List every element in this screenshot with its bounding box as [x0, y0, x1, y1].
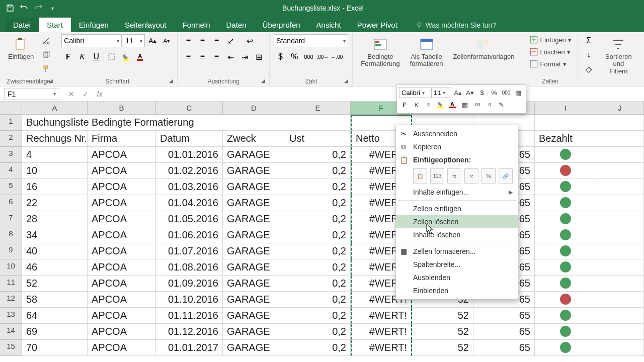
- cm-column-width[interactable]: Spaltenbreite...: [396, 258, 518, 271]
- cell[interactable]: 46: [22, 259, 88, 276]
- header-cell[interactable]: Firma: [88, 131, 156, 147]
- percent-format-icon[interactable]: %: [288, 50, 301, 63]
- cell[interactable]: 58: [22, 292, 88, 308]
- cell[interactable]: APCOA: [88, 243, 156, 259]
- col-header-C[interactable]: C: [156, 102, 223, 115]
- orientation-icon[interactable]: ⤢: [224, 34, 237, 47]
- cell[interactable]: 40: [22, 243, 88, 259]
- cell-status[interactable]: [535, 308, 596, 324]
- underline-button[interactable]: U: [90, 50, 103, 63]
- cell[interactable]: APCOA: [88, 308, 156, 324]
- cell[interactable]: 69: [22, 324, 88, 340]
- cell[interactable]: 01.10.2016: [156, 292, 223, 308]
- cell[interactable]: 65: [473, 340, 535, 356]
- tab-start[interactable]: Start: [39, 18, 71, 32]
- col-header-A[interactable]: A: [22, 102, 88, 115]
- mini-increase-font-icon[interactable]: A▴: [452, 87, 463, 98]
- cell[interactable]: 65: [473, 324, 535, 340]
- paste-transpose-icon[interactable]: ⤱: [464, 168, 478, 184]
- cell-styles-button[interactable]: Zellenformatvorlagen: [449, 34, 518, 62]
- row-header-8[interactable]: 8: [0, 227, 22, 243]
- cell[interactable]: 01.05.2016: [156, 211, 223, 227]
- cell[interactable]: APCOA: [88, 324, 156, 340]
- row-header-5[interactable]: 5: [0, 179, 22, 195]
- cell[interactable]: GARAGE: [223, 340, 285, 356]
- italic-button[interactable]: K: [75, 50, 89, 63]
- cell[interactable]: APCOA: [88, 276, 156, 292]
- cell[interactable]: APCOA: [88, 195, 156, 211]
- align-left-icon[interactable]: ≡: [182, 50, 195, 63]
- cell[interactable]: GARAGE: [223, 259, 285, 276]
- tab-pagelayout[interactable]: Seitenlayout: [117, 18, 175, 32]
- cell-status[interactable]: [535, 227, 596, 243]
- wrap-text-icon[interactable]: ↩: [243, 34, 256, 47]
- cell[interactable]: GARAGE: [223, 227, 285, 243]
- cell-status[interactable]: [535, 259, 596, 276]
- row-header-15[interactable]: 15: [0, 340, 22, 356]
- mini-accounting-icon[interactable]: $: [476, 87, 488, 98]
- row-header-10[interactable]: 10: [0, 259, 22, 276]
- cm-insert-cells[interactable]: Zellen einfügen: [396, 202, 518, 215]
- cm-copy[interactable]: ⧉Kopieren: [396, 140, 518, 153]
- number-format-combo[interactable]: Standard▾: [274, 34, 348, 47]
- qat-customize-icon[interactable]: ▾: [46, 2, 58, 14]
- format-cells-button[interactable]: Format ▾: [527, 58, 569, 69]
- cell[interactable]: 01.12.2016: [156, 324, 223, 340]
- mini-font-color-icon[interactable]: A: [447, 99, 458, 110]
- paste-formulas-icon[interactable]: fx: [447, 168, 461, 184]
- col-header-D[interactable]: D: [223, 102, 285, 115]
- cell[interactable]: 01.11.2016: [156, 308, 223, 324]
- spreadsheet-grid[interactable]: ABCDEFGHIJ1Buchungsliste Bedingte Format…: [0, 102, 644, 356]
- cell[interactable]: GARAGE: [223, 292, 285, 308]
- cell[interactable]: 16: [22, 179, 88, 195]
- font-color-icon[interactable]: A: [133, 50, 146, 63]
- cell[interactable]: 52: [412, 308, 473, 324]
- mini-font-combo[interactable]: Calibri▾: [399, 87, 430, 98]
- cell-status[interactable]: [535, 147, 596, 163]
- cm-format-cells[interactable]: ▦Zellen formatieren...: [396, 245, 518, 258]
- cell[interactable]: 52: [412, 324, 473, 340]
- cell[interactable]: 0,2: [285, 292, 351, 308]
- cell[interactable]: 01.01.2017: [156, 340, 223, 356]
- cell-status[interactable]: [535, 276, 596, 292]
- align-center-icon[interactable]: ≡: [196, 50, 209, 63]
- row-header-6[interactable]: 6: [0, 195, 22, 211]
- clear-icon[interactable]: ◇: [582, 62, 595, 75]
- mini-thousands-icon[interactable]: 000: [501, 87, 512, 98]
- font-size-combo[interactable]: 11▾: [123, 34, 145, 47]
- cell[interactable]: 0,2: [285, 211, 351, 227]
- cell[interactable]: 22: [22, 195, 88, 211]
- increase-decimal-icon[interactable]: .00→: [316, 50, 329, 63]
- cell-status[interactable]: [535, 243, 596, 259]
- cell[interactable]: GARAGE: [223, 147, 285, 163]
- cell[interactable]: 01.06.2016: [156, 227, 223, 243]
- cm-paste-special[interactable]: Inhalte einfügen...▶: [396, 186, 518, 199]
- cell-status[interactable]: [535, 179, 596, 195]
- cell[interactable]: APCOA: [88, 211, 156, 227]
- row-header-14[interactable]: 14: [0, 324, 22, 340]
- header-cell[interactable]: Ust: [285, 131, 351, 147]
- cell[interactable]: 0,2: [285, 259, 351, 276]
- row-header-2[interactable]: 2: [0, 131, 22, 147]
- cell[interactable]: GARAGE: [223, 179, 285, 195]
- row-header-1[interactable]: 1: [0, 115, 22, 131]
- font-combo[interactable]: Calibri▾: [61, 34, 122, 47]
- cell[interactable]: APCOA: [88, 259, 156, 276]
- autosum-icon[interactable]: Σ: [582, 34, 595, 47]
- align-dialog-launcher-icon[interactable]: ◢: [261, 78, 268, 85]
- cell[interactable]: APCOA: [88, 340, 156, 356]
- mini-inc-decimal-icon[interactable]: .00: [471, 99, 482, 110]
- cell[interactable]: 0,2: [285, 147, 351, 163]
- tab-formulas[interactable]: Formeln: [175, 18, 218, 32]
- cell-status[interactable]: [535, 195, 596, 211]
- mini-fill-color-icon[interactable]: [435, 99, 446, 110]
- cell[interactable]: #WERT!: [351, 340, 412, 356]
- cell[interactable]: 52: [22, 276, 88, 292]
- header-cell[interactable]: Bezahlt: [535, 131, 596, 147]
- redo-icon[interactable]: [32, 2, 44, 14]
- accounting-format-icon[interactable]: $: [274, 50, 287, 63]
- tab-file[interactable]: Datei: [5, 18, 39, 32]
- save-icon[interactable]: [4, 2, 16, 14]
- cell[interactable]: APCOA: [88, 227, 156, 243]
- cell[interactable]: 64: [22, 308, 88, 324]
